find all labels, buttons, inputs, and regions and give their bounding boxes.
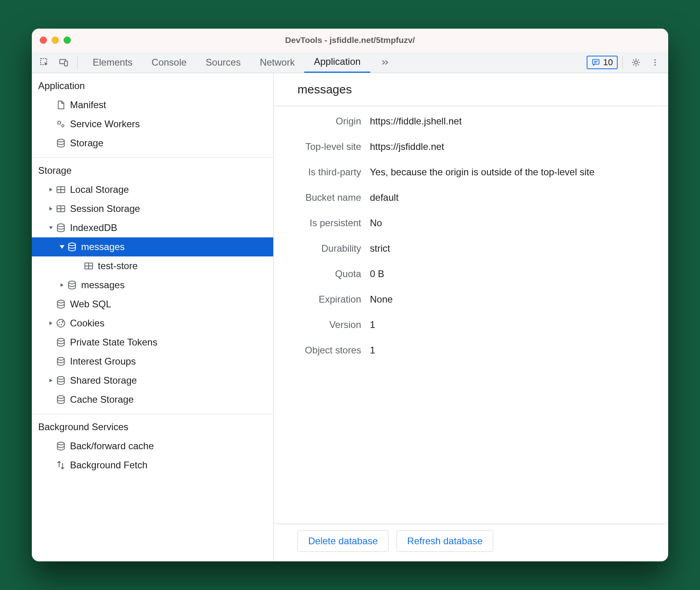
sidebar-item-service-workers[interactable]: Service Workers (32, 115, 273, 134)
sidebar-item-manifest[interactable]: Manifest (32, 95, 273, 115)
titlebar: DevTools - jsfiddle.net/5tmpfuzv/ (32, 29, 668, 52)
settings-button[interactable] (628, 54, 644, 71)
chevron-down-icon (48, 225, 54, 231)
chevron-right-icon (48, 377, 54, 384)
toolbar: Elements Console Sources Network Applica… (32, 52, 668, 73)
group-title-application: Application (32, 78, 273, 95)
device-toolbar-button[interactable] (56, 55, 72, 70)
sidebar-item-bf-cache[interactable]: Back/forward cache (32, 437, 273, 456)
window-controls (40, 37, 71, 44)
tab-elements[interactable]: Elements (83, 52, 142, 73)
sidebar-item-cookies[interactable]: Cookies (32, 314, 273, 333)
db-actions: Delete database Refresh database (274, 524, 668, 561)
chevron-right-icon (48, 206, 54, 212)
devtools-window: DevTools - jsfiddle.net/5tmpfuzv/ Elemen… (32, 29, 668, 561)
prop-durability: Durability strict (286, 243, 656, 254)
main-panel: messages Origin https://fiddle.jshell.ne… (274, 73, 668, 561)
tab-overflow[interactable] (370, 52, 400, 73)
sidebar-group-storage: Storage Local Storage Session Storage In… (32, 163, 273, 414)
panel-tabs: Elements Console Sources Network Applica… (83, 52, 400, 73)
prop-object-stores: Object stores 1 (286, 345, 656, 356)
inspect-element-button[interactable] (37, 55, 52, 70)
separator (77, 56, 78, 69)
application-sidebar: Application Manifest Service Workers Sto… (32, 73, 274, 561)
maximize-window[interactable] (64, 37, 71, 44)
tab-application[interactable]: Application (304, 52, 370, 73)
window-title: DevTools - jsfiddle.net/5tmpfuzv/ (32, 35, 668, 45)
issues-button[interactable]: 10 (587, 56, 618, 69)
tab-console[interactable]: Console (142, 52, 196, 73)
group-title-storage: Storage (32, 163, 273, 180)
chevron-right-icon (59, 282, 65, 288)
more-button[interactable] (647, 54, 663, 71)
sidebar-item-db-messages[interactable]: messages (32, 276, 273, 295)
minimize-window[interactable] (52, 37, 59, 44)
prop-origin: Origin https://fiddle.jshell.net (286, 116, 656, 127)
separator (622, 56, 623, 69)
sidebar-item-cache-storage[interactable]: Cache Storage (32, 390, 273, 409)
content-area: Application Manifest Service Workers Sto… (32, 73, 668, 561)
chevron-right-icon (48, 186, 54, 193)
delete-database-button[interactable]: Delete database (298, 530, 389, 552)
sidebar-item-web-sql[interactable]: Web SQL (32, 295, 273, 314)
issues-count: 10 (603, 57, 613, 68)
chevron-right-icon (48, 320, 54, 326)
tab-sources[interactable]: Sources (196, 52, 250, 73)
sidebar-item-session-storage[interactable]: Session Storage (32, 199, 273, 218)
prop-bucket-name: Bucket name default (286, 192, 656, 203)
sidebar-item-objectstore-test-store[interactable]: test-store (32, 256, 273, 276)
sidebar-group-background-services: Background Services Back/forward cache B… (32, 419, 273, 479)
prop-is-persistent: Is persistent No (286, 217, 656, 229)
sidebar-item-local-storage[interactable]: Local Storage (32, 180, 273, 199)
sidebar-item-private-state-tokens[interactable]: Private State Tokens (32, 333, 273, 352)
prop-version: Version 1 (286, 319, 656, 330)
tab-network[interactable]: Network (250, 52, 304, 73)
sidebar-item-db-messages-selected[interactable]: messages (32, 237, 273, 256)
sidebar-item-interest-groups[interactable]: Interest Groups (32, 352, 273, 371)
db-heading: messages (274, 73, 668, 106)
prop-quota: Quota 0 B (286, 268, 656, 279)
prop-top-level-site: Top-level site https://jsfiddle.net (286, 141, 656, 152)
sidebar-item-storage[interactable]: Storage (32, 134, 273, 153)
sidebar-item-indexeddb[interactable]: IndexedDB (32, 218, 273, 237)
close-window[interactable] (40, 37, 47, 44)
prop-third-party: Is third-party Yes, because the origin i… (286, 167, 656, 178)
chevron-down-icon (59, 244, 65, 250)
refresh-database-button[interactable]: Refresh database (397, 530, 493, 552)
group-title-background: Background Services (32, 419, 273, 437)
sidebar-item-shared-storage[interactable]: Shared Storage (32, 371, 273, 390)
sidebar-item-background-fetch[interactable]: Background Fetch (32, 456, 273, 475)
prop-expiration: Expiration None (286, 294, 656, 305)
sidebar-group-application: Application Manifest Service Workers Sto… (32, 78, 273, 158)
db-properties: Origin https://fiddle.jshell.net Top-lev… (274, 106, 668, 524)
